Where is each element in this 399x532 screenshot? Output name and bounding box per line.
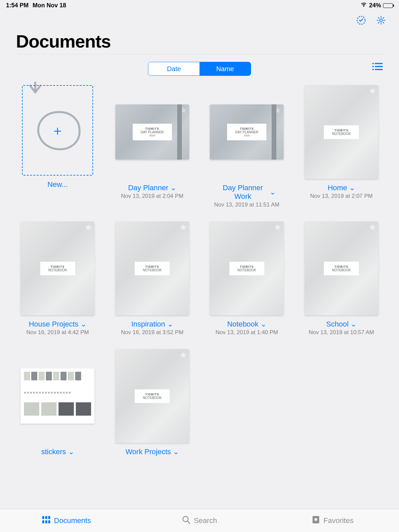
document-title[interactable]: Work Projects [125,448,171,456]
chevron-down-icon[interactable]: ⌄ [349,184,355,192]
svg-point-1 [380,19,382,22]
svg-point-6 [372,69,374,70]
document-thumb[interactable] [21,368,94,424]
document-thumb[interactable]: TIDBITSNOTEBOOK [305,85,378,179]
document-title[interactable]: Home [328,184,347,192]
tab-label: Search [194,516,217,525]
document-title[interactable]: stickers [41,448,66,456]
chevron-down-icon[interactable]: ⌄ [80,320,86,329]
settings-icon[interactable] [376,15,386,26]
document-date: Nov 13, 2019 at 2:04 PM [121,193,184,200]
new-document-thumb[interactable]: ＋ [22,85,93,176]
status-time: 1:54 PM [6,2,29,9]
chevron-down-icon[interactable]: ⌄ [270,188,276,197]
svg-point-4 [372,66,374,67]
search-icon [182,515,191,526]
favorite-star-icon[interactable] [368,87,376,96]
document-title[interactable]: Day Planner [128,184,168,192]
star-icon [312,515,320,526]
document-card[interactable]: TIDBITSDAY PLANNER2020 Day Planner⌄ Nov … [113,85,192,208]
battery-percentage: 24% [369,2,381,9]
svg-rect-11 [42,520,44,523]
document-title[interactable]: Notebook [227,320,258,329]
tab-bar: Documents Search Favorites [0,509,399,532]
chevron-down-icon[interactable]: ⌄ [170,184,176,192]
document-card[interactable]: TIDBITSNOTEBOOK Work Projects⌄ [113,349,192,456]
tab-documents[interactable]: Documents [0,509,133,532]
status-date: Mon Nov 18 [33,2,66,9]
svg-rect-5 [375,66,383,67]
document-card[interactable]: TIDBITSNOTEBOOK Inspiration⌄ Nov 16, 201… [113,221,192,336]
chevron-down-icon[interactable]: ⌄ [68,448,74,456]
svg-rect-13 [48,520,50,523]
document-title[interactable]: House Projects [29,320,78,329]
document-thumb[interactable]: TIDBITSNOTEBOOK [305,221,378,315]
document-title[interactable]: School [326,320,348,329]
svg-line-15 [188,521,190,523]
document-title[interactable]: Day Planner Work [218,184,268,201]
document-date: Nov 13, 2019 at 11:51 AM [214,201,280,208]
favorite-star-icon[interactable] [274,106,282,116]
favorite-star-icon[interactable] [179,223,187,233]
grid-icon [42,515,51,526]
favorite-star-icon[interactable] [179,106,187,116]
tab-favorites[interactable]: Favorites [266,509,399,532]
svg-rect-10 [48,516,50,519]
sort-segmented-control: Date Name [148,62,251,76]
tab-search[interactable]: Search [133,509,266,532]
header-toolbar [0,10,399,28]
favorite-star-icon[interactable] [368,223,376,233]
svg-rect-3 [375,63,383,64]
favorite-star-icon[interactable] [274,223,282,233]
tab-label: Documents [54,516,91,525]
status-bar: 1:54 PM Mon Nov 18 24% [0,0,399,10]
document-thumb[interactable]: TIDBITSNOTEBOOK [115,221,189,315]
document-title[interactable]: Inspiration [131,320,165,329]
favorite-star-icon[interactable] [179,351,187,360]
svg-rect-8 [42,516,44,519]
chevron-down-icon[interactable]: ⌄ [167,320,173,329]
tab-label: Favorites [324,516,353,525]
document-card[interactable]: TIDBITSDAY PLANNER2020 Day Planner Work⌄… [208,85,286,208]
select-icon[interactable] [356,15,366,26]
document-thumb[interactable]: TIDBITSDAY PLANNER2020 [210,104,284,160]
list-view-icon[interactable] [372,62,383,72]
chevron-down-icon[interactable]: ⌄ [260,320,266,329]
favorite-star-icon[interactable] [84,223,92,233]
document-card[interactable]: TIDBITSNOTEBOOK House Projects⌄ Nov 16, … [19,221,97,336]
document-thumb[interactable]: TIDBITSNOTEBOOK [21,221,94,315]
document-date: Nov 13, 2019 at 2:07 PM [310,193,373,200]
segment-date[interactable]: Date [148,62,200,75]
document-card[interactable]: TIDBITSNOTEBOOK Notebook⌄ Nov 13, 2019 a… [208,221,286,336]
wifi-icon [360,2,367,9]
page-title: Documents [16,31,383,52]
svg-rect-12 [45,520,47,523]
new-document-label[interactable]: New... [48,180,68,189]
new-document-card[interactable]: ＋ New... [19,85,97,208]
document-thumb[interactable]: TIDBITSDAY PLANNER2020 [115,104,189,160]
document-date: Nov 16, 2019 at 3:52 PM [121,329,184,336]
plus-icon: ＋ [51,121,64,140]
document-thumb[interactable]: TIDBITSNOTEBOOK [115,349,189,443]
chevron-down-icon[interactable]: ⌄ [173,448,179,456]
svg-rect-9 [45,516,47,519]
document-thumb[interactable]: TIDBITSNOTEBOOK [210,221,284,315]
battery-icon [383,3,393,8]
document-date: Nov 13, 2019 at 1:40 PM [215,329,278,336]
chevron-down-icon[interactable]: ⌄ [350,320,356,329]
document-date: Nov 13, 2019 at 10:57 AM [309,329,374,336]
document-date: Nov 16, 2019 at 4:42 PM [26,329,89,336]
documents-grid: ＋ New... TIDBITSDAY PLANNER2020 Day Plan… [0,82,399,469]
svg-rect-7 [375,69,383,70]
document-card[interactable]: TIDBITSNOTEBOOK Home⌄ Nov 13, 2019 at 2:… [303,85,381,208]
segment-name[interactable]: Name [200,62,251,75]
document-card[interactable]: TIDBITSNOTEBOOK School⌄ Nov 13, 2019 at … [303,221,381,336]
svg-point-2 [372,63,374,64]
document-card[interactable]: stickers⌄ [19,349,97,456]
